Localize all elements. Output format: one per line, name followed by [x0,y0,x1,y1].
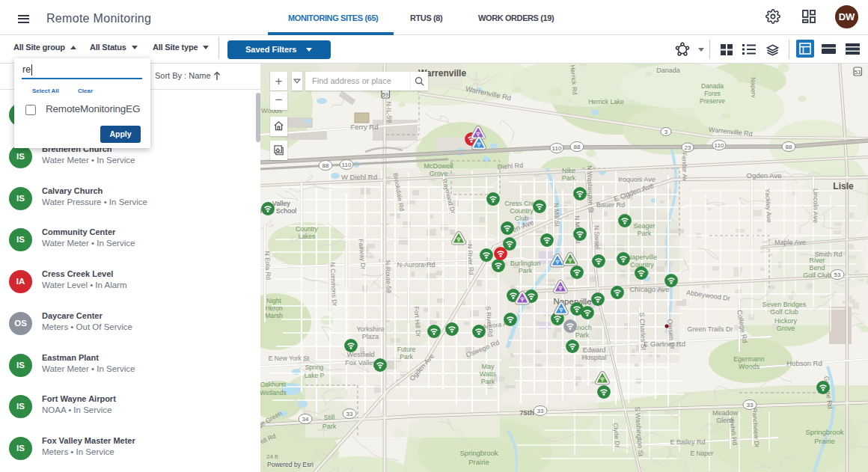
svg-text:Oakhurst: Oakhurst [260,381,287,388]
svg-text:Hickory: Hickory [774,317,798,325]
svg-text:53: 53 [855,69,861,76]
svg-text:Naperv: Naperv [750,77,758,98]
svg-text:33: 33 [537,408,544,414]
svg-text:Springbrook: Springbrook [459,449,498,457]
svg-text:Ogden Ave: Ogden Ave [747,171,782,180]
svg-text:Danada: Danada [701,82,724,90]
svg-text:Bend: Bend [809,264,825,272]
svg-text:N-Aurora-Rd: N-Aurora-Rd [397,261,435,269]
svg-text:Fox Valley: Fox Valley [345,359,376,367]
svg-text:Country: Country [296,225,319,233]
svg-text:Fores: Fores [704,90,721,97]
svg-text:Preserve: Preserve [700,97,725,105]
svg-text:Lisle: Lisle [833,181,854,191]
svg-text:E New York St: E New York St [269,355,310,362]
svg-text:Herrick Lake: Herrick Lake [588,98,624,105]
svg-text:E Bailey Rd: E Bailey Rd [670,438,705,446]
svg-text:E Naper: E Naper [690,450,713,457]
svg-text:Country: Country [510,207,534,215]
svg-text:Seven Bridges: Seven Bridges [762,301,807,308]
svg-text:Green Trails Dr: Green Trails Dr [687,325,733,333]
svg-text:Night: Night [266,297,281,304]
svg-text:Nike: Nike [562,167,575,174]
svg-text:59: 59 [382,91,388,98]
svg-text:Prairie: Prairie [468,458,489,466]
svg-text:Edward: Edward [583,346,606,354]
svg-text:33: 33 [747,402,754,408]
svg-text:3: 3 [664,129,667,135]
svg-text:Hospital: Hospital [582,354,607,361]
svg-text:Spring: Spring [305,364,324,371]
svg-text:33: 33 [346,411,353,417]
svg-text:Ferry Rd: Ferry Rd [351,123,379,131]
svg-text:Heron: Heron [265,304,282,312]
svg-text:Park: Park [481,378,495,385]
svg-text:Springbrook: Springbrook [805,428,843,436]
svg-text:Plaza: Plaza [362,333,379,340]
svg-text:Burlington: Burlington [510,260,541,267]
svg-text:Golf Club: Golf Club [770,308,798,316]
svg-text:N Eola Rd: N Eola Rd [263,251,272,280]
svg-text:Park: Park [519,267,533,275]
svg-text:110: 110 [342,162,352,168]
svg-text:110: 110 [552,145,562,152]
svg-text:May: May [481,363,495,370]
svg-text:Club: Club [515,215,529,222]
svg-text:N Mill St: N Mill St [552,203,560,227]
svg-text:N Swael: N Swael [593,225,601,249]
svg-text:Wetlands: Wetlands [260,389,287,396]
svg-text:W Diehl Rd: W Diehl Rd [341,173,377,181]
svg-text:River: River [809,257,825,264]
svg-text:N-IL-59: N-IL-59 [385,102,394,123]
svg-text:Hobson Rd: Hobson Rd [786,359,822,367]
svg-text:Lakes: Lakes [299,233,316,240]
svg-text:Golf Club: Golf Club [803,272,831,279]
svg-text:N-Route-59: N-Route-59 [384,260,393,294]
svg-text:E Gartner Rd: E Gartner Rd [644,340,685,348]
svg-text:24 ft: 24 ft [266,453,278,460]
svg-text:Park: Park [575,331,590,339]
svg-text:Iroquois Ave: Iroquois Ave [618,176,655,183]
svg-text:Seager: Seager [633,222,655,230]
svg-text:Park: Park [562,174,576,182]
svg-text:Naperville: Naperville [627,254,657,261]
svg-text:Egermann: Egermann [733,355,765,363]
svg-text:Danada: Danada [656,67,680,74]
svg-text:Grove: Grove [777,325,795,332]
svg-text:Lake P: Lake P [305,372,325,379]
svg-text:Chicago Ave: Chicago Ave [629,285,669,293]
svg-text:Lincoln Ave: Lincoln Ave [812,189,819,223]
svg-text:Diehl Rd: Diehl Rd [497,162,523,171]
svg-text:McDowell: McDowell [424,162,453,170]
svg-text:Yorkshire: Yorkshire [356,325,384,333]
svg-text:23: 23 [685,144,691,151]
svg-text:Grove: Grove [430,170,448,177]
svg-text:53: 53 [834,272,841,278]
svg-text:Maple Ave: Maple Ave [774,239,806,246]
svg-text:Woods: Woods [739,363,760,370]
svg-text:Marsh: Marsh [265,312,283,319]
svg-text:Fender Av: Fender Av [680,152,688,182]
svg-text:Future: Future [397,346,416,353]
svg-text:Park: Park [323,423,337,430]
svg-text:88: 88 [786,144,792,150]
svg-text:Bauer Rd: Bauer Rd [596,201,625,209]
svg-text:Park: Park [400,353,413,361]
svg-text:Park: Park [638,230,652,237]
svg-text:Still: Still [324,414,335,421]
svg-text:88: 88 [574,144,581,150]
svg-text:34: 34 [302,416,309,423]
svg-text:88: 88 [323,162,329,169]
svg-text:Prairie: Prairie [814,437,834,445]
svg-text:110: 110 [715,142,724,149]
svg-text:Meadow: Meadow [712,409,739,417]
svg-text:Watts: Watts [480,370,497,378]
